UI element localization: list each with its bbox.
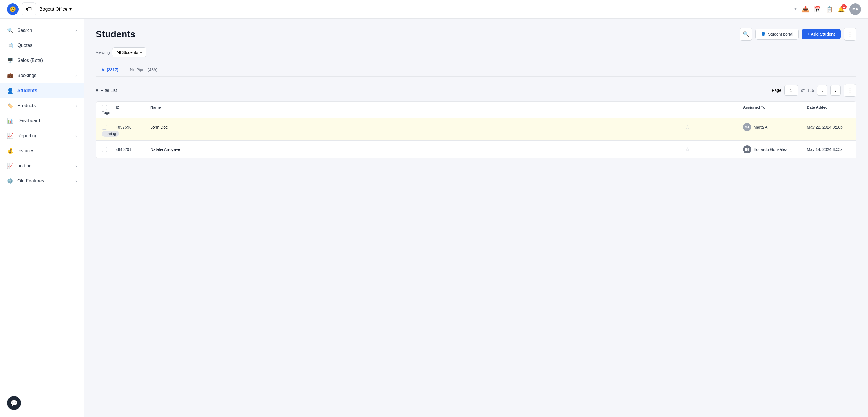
row-id: 4845791 — [116, 147, 151, 152]
sidebar-label: Products — [18, 103, 36, 108]
filter-icon: ≡ — [96, 88, 98, 93]
tag-badge[interactable]: newtag — [102, 131, 119, 137]
page-title: Students — [96, 29, 135, 40]
sidebar: 🔍 Search › 📄 Quotes 🖥️ Sales (Beta) 💼 Bo… — [0, 19, 84, 417]
calendar-icon[interactable]: 📅 — [814, 6, 821, 13]
row-checkbox[interactable] — [102, 125, 116, 130]
sidebar-label: Dashboard — [18, 118, 40, 124]
sidebar-item-products[interactable]: 🏷️ Products › — [0, 99, 84, 113]
sidebar-item-left: 📄 Quotes — [7, 42, 32, 49]
table-more-button[interactable]: ⋮ — [844, 84, 857, 97]
sidebar-item-quotes[interactable]: 📄 Quotes — [0, 38, 84, 53]
sidebar-item-bookings[interactable]: 💼 Bookings › — [0, 68, 84, 83]
tab-nopipe[interactable]: No Pipe...(489) — [124, 64, 163, 76]
sidebar-item-reporting[interactable]: 📈 Reporting › — [0, 129, 84, 143]
viewing-label: Viewing — [96, 50, 110, 55]
row-star[interactable]: ☆ — [685, 124, 743, 130]
sidebar-item-invoices[interactable]: 💰 Invoices — [0, 144, 84, 158]
next-page-button[interactable]: › — [830, 85, 841, 96]
sidebar-item-sales[interactable]: 🖥️ Sales (Beta) — [0, 53, 84, 68]
chevron-right-icon: › — [75, 179, 77, 183]
sidebar-item-students[interactable]: 👤 Students — [0, 83, 84, 98]
assigned-name: Eduardo González — [753, 147, 787, 152]
search-button[interactable]: 🔍 — [740, 28, 752, 40]
portal-label: Student portal — [768, 32, 793, 36]
col-tags: Tags — [102, 110, 116, 115]
notifications-button[interactable]: 🔔 1 — [838, 6, 845, 13]
filter-label: Filter List — [100, 88, 117, 93]
star-icon[interactable]: ☆ — [685, 146, 690, 152]
row-date: May 22, 2024 3:28p — [807, 125, 850, 130]
tabs: All(2317)No Pipe...(489)⋮ — [96, 63, 857, 77]
sidebar-label: Reporting — [18, 133, 37, 138]
chat-widget[interactable]: 💬 — [7, 396, 21, 410]
row-name[interactable]: Natalia Arroyave — [151, 147, 685, 152]
tab-all[interactable]: All(2317) — [96, 64, 124, 76]
add-student-button[interactable]: + Add Student — [802, 29, 841, 39]
row-star[interactable]: ☆ — [685, 146, 743, 152]
viewing-selector[interactable]: All Students ▾ — [112, 47, 146, 57]
reporting-icon: 📈 — [7, 133, 13, 139]
avatar[interactable]: MA — [849, 3, 861, 15]
sidebar-item-old-features[interactable]: ⚙️ Old Features › — [0, 174, 84, 188]
page-of-label: of — [801, 88, 805, 93]
portal-icon: 👤 — [761, 32, 766, 36]
main-content: Students 🔍 👤 Student portal + Add Studen… — [84, 19, 868, 417]
student-portal-button[interactable]: 👤 Student portal — [755, 29, 799, 40]
col-name: Name — [151, 105, 685, 110]
col-id: ID — [116, 105, 151, 110]
add-student-label: + Add Student — [807, 32, 835, 36]
chevron-right-icon: › — [75, 28, 77, 33]
office-selector[interactable]: Bogotá Office ▾ — [39, 6, 72, 12]
sidebar-item-dashboard[interactable]: 📊 Dashboard — [0, 113, 84, 128]
sidebar-item-left: 🖥️ Sales (Beta) — [7, 57, 43, 64]
sidebar-label: Invoices — [18, 148, 34, 153]
filter-row: ≡ Filter List Page of 116 ‹ › ⋮ — [96, 82, 857, 99]
star-icon[interactable]: ☆ — [685, 124, 690, 130]
top-header: 😊 🏷 Bogotá Office ▾ + 📥 📅 📋 🔔 1 MA — [0, 0, 868, 19]
quotes-icon: 📄 — [7, 42, 13, 49]
sidebar-item-porting[interactable]: 📈 porting › — [0, 159, 84, 173]
dashboard-icon: 📊 — [7, 117, 13, 124]
assigned-avatar: MA — [743, 123, 751, 131]
office-name: Bogotá Office — [39, 7, 67, 12]
brand-icon[interactable]: 😊 — [7, 3, 19, 15]
page-input[interactable] — [784, 85, 798, 96]
chat-icon: 💬 — [10, 399, 18, 407]
assigned-avatar: EG — [743, 145, 751, 153]
sidebar-item-left: 💰 Invoices — [7, 148, 34, 154]
logo-icon: 🏷 — [26, 6, 32, 12]
more-options-button[interactable]: ⋮ — [844, 28, 857, 40]
row-checkbox[interactable] — [102, 147, 116, 152]
row-name[interactable]: John Doe — [151, 125, 685, 130]
add-button[interactable]: + — [794, 6, 797, 12]
porting-icon: 📈 — [7, 163, 13, 169]
sidebar-label: Sales (Beta) — [18, 58, 43, 63]
task-icon[interactable]: 📋 — [826, 6, 833, 13]
sidebar-item-search[interactable]: 🔍 Search › — [0, 23, 84, 38]
sidebar-item-left: 📈 Reporting — [7, 133, 37, 139]
tabs-more-button[interactable]: ⋮ — [165, 63, 176, 76]
col-assigned: Assigned To — [743, 105, 807, 110]
chevron-right-icon: › — [75, 164, 77, 168]
sidebar-label: Students — [18, 88, 37, 93]
prev-page-button[interactable]: ‹ — [817, 85, 828, 96]
filter-list-button[interactable]: ≡ Filter List — [96, 88, 117, 93]
viewing-selected: All Students — [117, 50, 138, 55]
sidebar-label: Bookings — [18, 73, 36, 78]
sidebar-label: Quotes — [18, 43, 32, 48]
inbox-icon[interactable]: 📥 — [802, 6, 809, 13]
row-id: 4857596 — [116, 125, 151, 130]
chevron-right-icon: › — [75, 134, 77, 138]
sidebar-label: Old Features — [18, 178, 44, 184]
students-icon: 👤 — [7, 88, 13, 94]
students-table: ID Name Assigned To Date Added Tags 4857… — [96, 101, 857, 159]
sidebar-item-left: 📈 porting — [7, 163, 32, 169]
invoices-icon: 💰 — [7, 148, 13, 154]
sidebar-item-left: 💼 Bookings — [7, 72, 36, 79]
select-all-checkbox[interactable] — [102, 105, 107, 110]
row-assigned: MA Marta A — [743, 123, 807, 131]
chevron-right-icon: › — [75, 103, 77, 108]
viewing-bar: Viewing All Students ▾ — [96, 47, 857, 57]
chevron-right-icon: › — [75, 73, 77, 78]
